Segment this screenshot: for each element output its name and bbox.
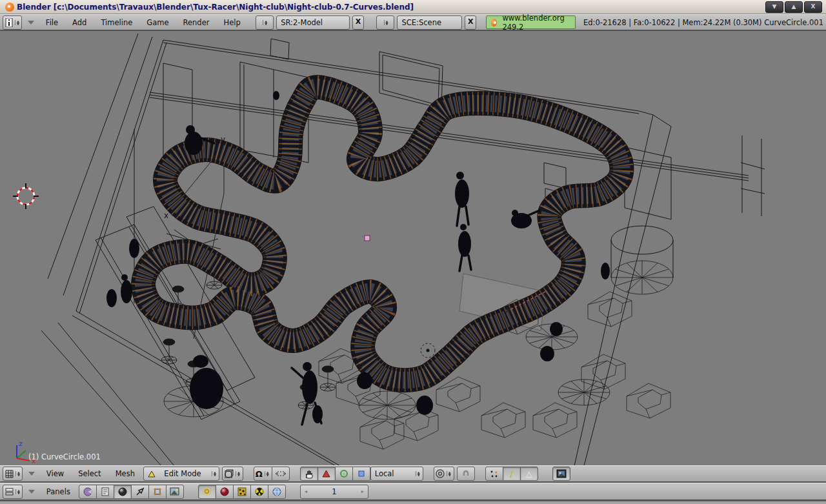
gizmo-z-label: z — [19, 439, 23, 448]
scene-delete-button[interactable]: X — [465, 15, 476, 30]
object-icon — [136, 487, 145, 496]
face-select-button[interactable]: △ — [520, 467, 538, 481]
material-icon — [220, 487, 229, 496]
dashed-move-icon — [276, 470, 286, 477]
object-axis-y-label: y — [221, 135, 225, 144]
proportional-edit-dropdown[interactable]: ▲▼ — [434, 467, 454, 481]
screen-browse-button[interactable]: ▲▼ — [256, 15, 274, 30]
snap-button[interactable] — [457, 467, 475, 481]
menu-game[interactable]: Game — [141, 18, 174, 27]
frame-next-arrow[interactable]: ▸ — [361, 489, 364, 494]
menu-timeline[interactable]: Timeline — [95, 18, 138, 27]
radiosity-icon — [255, 487, 264, 496]
manipulator-extra-button[interactable] — [272, 467, 290, 481]
window-type-stepper[interactable]: ▲▼ — [15, 20, 21, 25]
editmode-icon — [148, 470, 156, 478]
menu-help[interactable]: Help — [217, 18, 246, 27]
wireframe-scene: y x z x (1) CurveCircle.001 — [0, 31, 826, 465]
frame-prev-arrow[interactable]: ◂ — [305, 489, 307, 494]
object-origin-dot — [365, 236, 370, 241]
info-window-icon — [5, 18, 13, 27]
material-buttons-button[interactable] — [216, 485, 234, 499]
blender-version-button[interactable]: www.blender.org 249.2 — [486, 15, 576, 29]
lamp-buttons-button[interactable] — [198, 485, 216, 499]
object-axis-x-label: x — [164, 211, 168, 220]
draw-mode-dropdown[interactable]: ▲▼ — [222, 467, 243, 481]
logic-context-button[interactable] — [79, 485, 97, 499]
scene-statistics: Ed:0-21628 | Fa:0-10622 | Mem:24.22M (0.… — [583, 18, 823, 27]
3d-viewport[interactable]: y x z x (1) CurveCircle.001 — [0, 31, 826, 465]
translate-manipulator-button[interactable] — [317, 467, 336, 481]
view3d-window-type-button[interactable]: ▲▼ — [3, 467, 23, 481]
vertex-select-icon — [490, 470, 498, 478]
buttons-window-icon — [5, 487, 14, 496]
logic-icon — [83, 487, 92, 496]
lamp-icon — [202, 487, 212, 496]
shading-context-button[interactable] — [114, 485, 132, 499]
window-controls: ▼ ▲ X — [765, 1, 823, 13]
magnet-icon — [461, 469, 470, 478]
world-icon — [272, 487, 281, 496]
frame-number-field[interactable]: ◂ 1 ▸ — [300, 485, 368, 499]
script-icon — [101, 487, 109, 496]
collapse-menus-toggle[interactable] — [28, 21, 34, 25]
world-buttons-button[interactable] — [268, 485, 286, 499]
script-context-button[interactable] — [96, 485, 114, 499]
blender-icon — [491, 19, 498, 26]
render-preview-button[interactable] — [552, 467, 570, 481]
mode-dropdown[interactable]: Edit Mode ▲▼ — [143, 467, 219, 481]
buttons-window-type-button[interactable]: ▲▼ — [3, 485, 23, 499]
view3d-type-stepper[interactable]: ▲▼ — [15, 471, 21, 476]
buttons-panel-strip — [0, 501, 826, 504]
proportional-edit-icon — [436, 469, 445, 478]
menu-render[interactable]: Render — [177, 18, 216, 27]
viewport-info-label: (1) CurveCircle.001 — [28, 452, 101, 461]
minimize-button[interactable]: ▼ — [765, 1, 783, 13]
scene-selector[interactable]: SCE:Scene — [397, 15, 462, 30]
buttons-type-stepper[interactable]: ▲▼ — [15, 489, 21, 494]
vertex-select-button[interactable] — [485, 467, 503, 481]
rotate-icon — [339, 469, 348, 478]
manipulator-toggle-button[interactable] — [300, 467, 318, 481]
object-context-button[interactable] — [131, 485, 149, 499]
view3d-collapse-toggle[interactable] — [28, 472, 35, 476]
info-header: ▲▼ File Add Timeline Game Render Help ▲▼… — [0, 14, 826, 31]
radiosity-buttons-button[interactable] — [250, 485, 268, 499]
scale-icon — [358, 470, 365, 478]
rotate-manipulator-button[interactable] — [335, 467, 353, 481]
view3d-header: ▲▼ View Select Mesh Edit Mode ▲▼ ▲▼ Ω ▲▼ — [0, 465, 826, 483]
selected-object-center — [421, 343, 435, 358]
panels-menu[interactable]: Panels — [41, 487, 76, 496]
pivot-icon: Ω — [256, 469, 263, 479]
editing-context-button[interactable] — [148, 485, 166, 499]
draw-mode-icon — [224, 469, 234, 479]
menu-select[interactable]: Select — [72, 469, 106, 478]
maximize-button[interactable]: ▲ — [785, 1, 803, 13]
scene-icon — [170, 487, 179, 496]
menu-view[interactable]: View — [41, 469, 70, 478]
window-titlebar: Blender [c:\Documents\Travaux\Blender\Tu… — [0, 0, 826, 14]
menu-add[interactable]: Add — [66, 18, 92, 27]
pivot-dropdown[interactable]: Ω ▲▼ — [254, 467, 272, 481]
blender-logo-icon — [5, 3, 14, 12]
scale-manipulator-button[interactable] — [352, 467, 370, 481]
screen-delete-button[interactable]: X — [352, 15, 364, 30]
buttons-collapse-toggle[interactable] — [28, 490, 35, 494]
close-button[interactable]: X — [804, 1, 822, 13]
scene-browse-button[interactable]: ▲▼ — [376, 15, 394, 30]
buttons-header: ▲▼ Panels — [0, 483, 826, 501]
texture-buttons-button[interactable] — [233, 485, 251, 499]
screen-selector[interactable]: SR:2-Model — [276, 15, 350, 30]
edge-select-button[interactable]: / — [503, 467, 521, 481]
orientation-dropdown[interactable]: Local ▲▼ — [370, 467, 423, 481]
menu-mesh[interactable]: Mesh — [110, 469, 141, 478]
window-type-button[interactable]: ▲▼ — [3, 15, 22, 30]
menu-file[interactable]: File — [40, 18, 64, 27]
scene-context-button[interactable] — [166, 485, 184, 499]
texture-icon — [237, 487, 247, 496]
shading-icon — [118, 487, 127, 496]
hand-icon — [305, 469, 314, 479]
window-title: Blender [c:\Documents\Travaux\Blender\Tu… — [17, 3, 414, 12]
translate-icon — [322, 470, 330, 478]
grid-view-icon — [5, 470, 14, 478]
